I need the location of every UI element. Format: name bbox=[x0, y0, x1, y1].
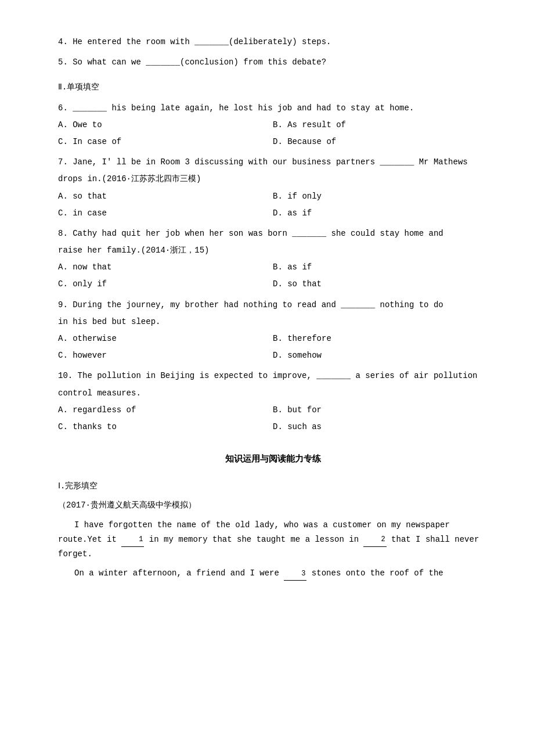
q7-options-row2: C. in case D. as if bbox=[58, 206, 488, 221]
q8-options-row1: A. now that B. as if bbox=[58, 260, 488, 275]
q6-text: 6. _______ his being late again, he lost… bbox=[58, 101, 488, 116]
q10-options-row2: C. thanks to D. such as bbox=[58, 420, 488, 434]
q6-option-c: C. In case of bbox=[58, 135, 273, 149]
q10-option-a: A. regardless of bbox=[58, 403, 273, 417]
page-content: 4. He entered the room with _______(deli… bbox=[58, 35, 488, 581]
q9-option-c: C. however bbox=[58, 348, 273, 363]
paragraph-2: On a winter afternoon, a friend and I we… bbox=[58, 566, 488, 581]
paragraph-1: I have forgotten the name of the old lad… bbox=[58, 518, 488, 562]
q10-option-c: C. thanks to bbox=[58, 420, 273, 434]
question-7: 7. Jane, I' ll be in Room 3 discussing w… bbox=[58, 155, 488, 221]
q10-line2: control measures. bbox=[58, 386, 488, 401]
q6-option-d: D. Because of bbox=[273, 135, 488, 149]
q8-option-c: C. only if bbox=[58, 277, 273, 291]
q6-option-b: B. As result of bbox=[273, 118, 488, 132]
question-8: 8. Cathy had quit her job when her son w… bbox=[58, 226, 488, 292]
q6-option-a: A. Owe to bbox=[58, 118, 273, 132]
q8-options-row2: C. only if D. so that bbox=[58, 277, 488, 291]
blank-2: 2 bbox=[363, 534, 386, 547]
q6-options-row1: A. Owe to B. As result of bbox=[58, 118, 488, 132]
section-title: 知识运用与阅读能力专练 bbox=[58, 452, 488, 467]
q8-option-d: D. so that bbox=[273, 277, 488, 291]
question-5: 5. So what can we _______(conclusion) fr… bbox=[58, 55, 488, 70]
q7-option-a: A. so that bbox=[58, 189, 273, 204]
q8-option-b: B. as if bbox=[273, 260, 488, 275]
question-10: 10. The pollution in Beijing is expected… bbox=[58, 369, 488, 434]
para1-text-middle: in my memory that she taught me a lesson… bbox=[144, 535, 363, 544]
q7-option-d: D. as if bbox=[273, 206, 488, 221]
q8-line1: 8. Cathy had quit her job when her son w… bbox=[58, 226, 488, 241]
q6-options-row2: C. In case of D. Because of bbox=[58, 135, 488, 149]
q10-line1: 10. The pollution in Beijing is expected… bbox=[58, 369, 488, 383]
q7-line2: drops in.(2016·江苏苏北四市三模) bbox=[58, 172, 488, 186]
blank-3: 3 bbox=[284, 568, 306, 581]
q5-text: 5. So what can we _______(conclusion) fr… bbox=[58, 55, 488, 70]
q9-options-row2: C. however D. somehow bbox=[58, 348, 488, 363]
q7-line1: 7. Jane, I' ll be in Room 3 discussing w… bbox=[58, 155, 488, 170]
q10-option-d: D. such as bbox=[273, 420, 488, 434]
q9-option-d: D. somehow bbox=[273, 348, 488, 363]
q9-option-b: B. therefore bbox=[273, 332, 488, 346]
para2-text-after: stones onto the roof of the bbox=[306, 568, 443, 578]
para2-text-before: On a winter afternoon, a friend and I we… bbox=[74, 568, 284, 578]
blank-1: 1 bbox=[121, 534, 144, 547]
q4-text: 4. He entered the room with _______(deli… bbox=[58, 35, 488, 49]
q10-option-b: B. but for bbox=[273, 403, 488, 417]
source-note: （2017·贵州遵义航天高级中学模拟） bbox=[58, 498, 488, 513]
q7-option-c: C. in case bbox=[58, 206, 273, 221]
question-9: 9. During the journey, my brother had no… bbox=[58, 298, 488, 363]
q7-options-row1: A. so that B. if only bbox=[58, 189, 488, 204]
q7-option-b: B. if only bbox=[273, 189, 488, 204]
q8-option-a: A. now that bbox=[58, 260, 273, 275]
question-6: 6. _______ his being late again, he lost… bbox=[58, 101, 488, 150]
question-4: 4. He entered the room with _______(deli… bbox=[58, 35, 488, 49]
q9-options-row1: A. otherwise B. therefore bbox=[58, 332, 488, 346]
q8-line2: raise her family.(2014·浙江，15) bbox=[58, 243, 488, 258]
section3-header: Ⅰ.完形填空 bbox=[58, 479, 488, 494]
section2-header: Ⅱ.单项填空 bbox=[58, 80, 488, 95]
q10-options-row1: A. regardless of B. but for bbox=[58, 403, 488, 417]
q9-line2: in his bed but sleep. bbox=[58, 315, 488, 329]
q9-line1: 9. During the journey, my brother had no… bbox=[58, 298, 488, 312]
q9-option-a: A. otherwise bbox=[58, 332, 273, 346]
